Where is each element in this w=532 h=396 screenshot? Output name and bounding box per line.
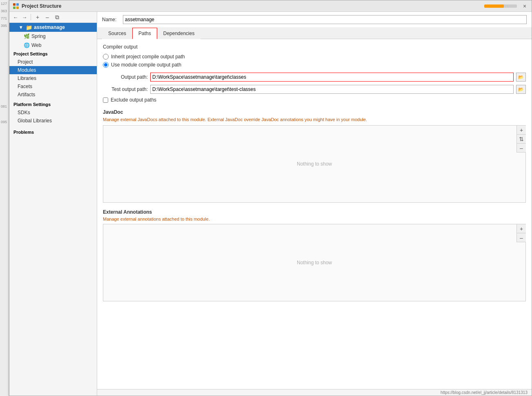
sidebar-item-libraries[interactable]: Libraries — [9, 74, 97, 82]
folder-open-icon: 📂 — [518, 75, 524, 80]
copy-module-button[interactable]: ⧉ — [53, 13, 61, 21]
problems-label: Problems — [9, 125, 97, 136]
use-module-radio[interactable] — [103, 62, 109, 68]
tree-item-assetmanage[interactable]: ▾ 📁 assetmanage — [9, 23, 97, 32]
title-bar-left: Project Structure — [13, 3, 61, 9]
web-label: Web — [31, 42, 41, 48]
status-url: https://blog.csdn.net/el_jj/article/deta… — [441, 390, 528, 395]
svg-rect-2 — [13, 7, 16, 9]
line-numbers: 127 363 771 395 081 095 — [1, 0, 7, 126]
inherit-radio-label: Inherit project compile output path — [111, 54, 185, 60]
name-input[interactable] — [123, 15, 527, 24]
ext-annotations-title: External Annotations — [103, 209, 526, 215]
dialog-wrapper: 127 363 771 395 081 095 Project Struc — [0, 0, 532, 396]
test-output-path-label: Test output path: — [103, 86, 148, 92]
sidebar-item-artifacts[interactable]: Artifacts — [9, 91, 97, 99]
compiler-output-title: Compiler output — [103, 44, 526, 50]
facets-label: Facets — [18, 84, 32, 89]
left-edge: 127 363 771 395 081 095 — [0, 0, 9, 396]
exclude-checkbox[interactable] — [103, 97, 108, 103]
sidebar-item-modules[interactable]: Modules — [9, 66, 97, 74]
svg-rect-0 — [13, 3, 16, 6]
title-bar: Project Structure × — [9, 0, 532, 12]
spring-icon: 🌿 — [23, 33, 30, 40]
tab-bar: Sources Paths Dependencies — [97, 28, 532, 39]
name-label: Name: — [102, 17, 120, 22]
platform-settings-label: Platform Settings — [9, 99, 97, 108]
back-button[interactable]: ← — [12, 13, 19, 21]
svg-rect-1 — [16, 3, 19, 6]
javadoc-desc: Manage external JavaDocs attached to thi… — [103, 117, 526, 123]
inherit-radio[interactable] — [103, 54, 109, 60]
modules-label: Modules — [18, 67, 36, 73]
test-output-path-row: Test output path: 📂 — [103, 85, 526, 94]
sidebar-item-sdks[interactable]: SDKs — [9, 108, 97, 117]
ext-annotations-empty-label: Nothing to show — [297, 260, 332, 265]
javadoc-list: Nothing to show + ⇅ – — [103, 125, 526, 203]
javadoc-section: JavaDoc Manage external JavaDocs attache… — [103, 109, 526, 203]
module-folder-icon: 📁 — [26, 24, 32, 31]
output-path-row: Output path: 📂 — [103, 73, 526, 82]
global-libraries-label: Global Libraries — [18, 118, 52, 124]
tab-dependencies[interactable]: Dependencies — [157, 28, 201, 39]
output-path-label: Output path: — [103, 74, 148, 80]
spring-label: Spring — [31, 33, 46, 39]
web-icon: 🌐 — [23, 42, 30, 49]
project-structure-icon — [13, 3, 19, 9]
add-module-button[interactable]: + — [33, 13, 42, 21]
libraries-label: Libraries — [18, 75, 36, 81]
inherit-radio-row: Inherit project compile output path — [103, 54, 526, 60]
exclude-checkbox-label: Exclude output paths — [111, 97, 156, 103]
tree-item-web[interactable]: 🌐 Web — [9, 41, 97, 50]
javadoc-add-button[interactable]: + — [517, 126, 526, 135]
dialog-title: Project Structure — [22, 3, 61, 9]
remove-module-button[interactable]: – — [43, 13, 51, 21]
exclude-checkbox-row: Exclude output paths — [103, 97, 526, 103]
sidebar: ← → + – ⧉ ▾ 📁 assetmanage 🌿 Spring — [9, 12, 97, 396]
forward-button[interactable]: → — [21, 13, 28, 21]
dialog-body: ← → + – ⧉ ▾ 📁 assetmanage 🌿 Spring — [9, 12, 532, 396]
sdks-label: SDKs — [18, 110, 30, 115]
output-path-input[interactable] — [150, 73, 514, 82]
javadoc-toolbar: + ⇅ – — [516, 125, 526, 153]
javadoc-empty-label: Nothing to show — [297, 161, 332, 167]
javadoc-title: JavaDoc — [103, 109, 526, 115]
close-button[interactable]: × — [521, 2, 528, 10]
test-output-path-browse-button[interactable]: 📂 — [516, 85, 526, 94]
sidebar-item-project[interactable]: Project — [9, 58, 97, 66]
use-module-radio-row: Use module compile output path — [103, 62, 526, 68]
module-name: assetmanage — [34, 24, 65, 30]
svg-rect-3 — [16, 7, 19, 9]
progress-bar — [484, 4, 517, 8]
toolbar-divider — [31, 14, 31, 20]
progress-fill — [484, 4, 504, 8]
project-structure-dialog: Project Structure × ← → + – ⧉ — [9, 0, 532, 396]
content-panel: Compiler output Inherit project compile … — [97, 39, 532, 389]
tab-paths[interactable]: Paths — [132, 28, 157, 39]
ext-annotations-list: Nothing to show + – — [103, 224, 526, 301]
ext-annotations-desc: Manage external annotations attached to … — [103, 217, 526, 221]
use-module-radio-label: Use module compile output path — [111, 62, 181, 68]
ext-annotations-section: External Annotations Manage external ann… — [103, 209, 526, 301]
javadoc-move-button[interactable]: ⇅ — [517, 135, 526, 144]
radio-group: Inherit project compile output path Use … — [103, 54, 526, 68]
artifacts-label: Artifacts — [18, 92, 35, 97]
tab-sources[interactable]: Sources — [102, 28, 132, 39]
main-content: Name: Sources Paths Dependencies — [97, 12, 532, 396]
sidebar-item-global-libraries[interactable]: Global Libraries — [9, 117, 97, 125]
sidebar-top-toolbar: ← → + – ⧉ — [9, 12, 97, 23]
test-output-path-input[interactable] — [150, 85, 514, 94]
tree-item-spring[interactable]: 🌿 Spring — [9, 32, 97, 41]
ext-annotations-remove-button[interactable]: – — [517, 233, 526, 242]
folder-open-icon-2: 📂 — [518, 87, 524, 92]
chevron-down-icon: ▾ — [18, 24, 24, 31]
project-label: Project — [18, 59, 33, 65]
status-bar: https://blog.csdn.net/el_jj/article/deta… — [97, 389, 532, 396]
project-settings-label: Project Settings — [9, 50, 97, 58]
ext-annotations-add-button[interactable]: + — [517, 224, 526, 233]
sidebar-item-facets[interactable]: Facets — [9, 82, 97, 91]
output-path-browse-button[interactable]: 📂 — [516, 73, 526, 82]
name-row: Name: — [97, 12, 532, 28]
ext-annotations-toolbar: + – — [516, 224, 526, 242]
javadoc-remove-button[interactable]: – — [517, 144, 526, 153]
